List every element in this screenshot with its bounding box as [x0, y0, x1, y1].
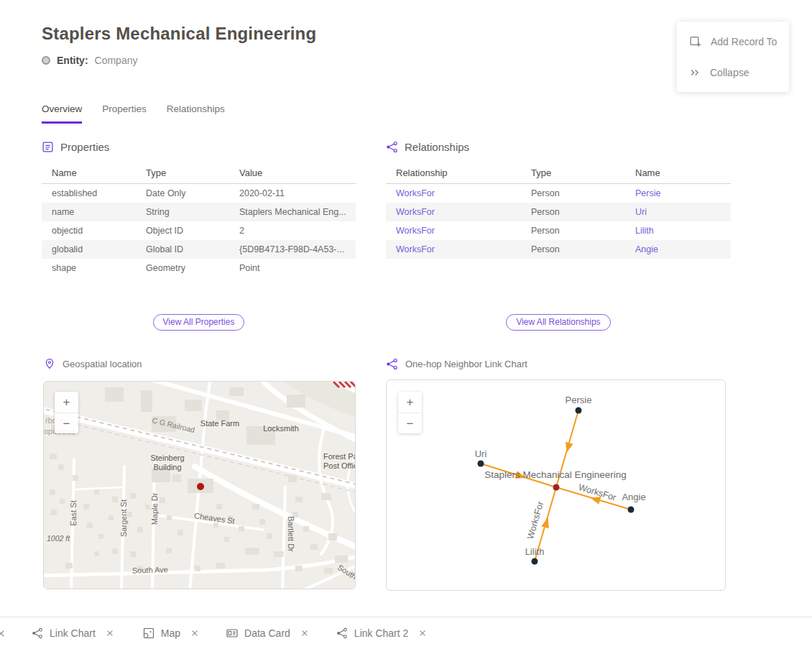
entity-type-value: Company: [95, 55, 138, 66]
map-label-bartlett-dr: Bartlett Dr: [287, 516, 295, 552]
node-angie[interactable]: [628, 507, 635, 513]
col-value: Value: [229, 167, 356, 178]
one-hop-link-chart[interactable]: WorksFor WorksFor Persie Uri Angie Lilit…: [386, 379, 726, 591]
menu-item-label: Add Record To: [711, 36, 777, 47]
col-name: Name: [625, 167, 731, 178]
map-label-forest-1: Forest Par: [323, 452, 356, 461]
relationship-link[interactable]: WorksFor: [386, 207, 521, 217]
node-lilith[interactable]: [532, 558, 538, 565]
tab-close-icon[interactable]: [300, 629, 309, 638]
zoom-out-button[interactable]: −: [55, 413, 78, 433]
bottom-tab-link-chart-2[interactable]: Link Chart 2: [336, 627, 427, 639]
zoom-in-button[interactable]: +: [398, 392, 422, 413]
entity-link[interactable]: Persie: [625, 188, 731, 198]
map-scale-label: 1002 ft: [47, 534, 70, 543]
relationships-icon: [386, 141, 398, 153]
entity-row: Entity: Company: [42, 55, 137, 66]
tab-close-icon[interactable]: [418, 629, 427, 638]
entity-link[interactable]: Lilith: [625, 226, 731, 236]
node-label-persie: Persie: [566, 395, 592, 405]
one-hop-heading: One-hop Neighbor Link Chart: [386, 358, 527, 370]
node-label-lilith: Lilith: [525, 546, 545, 557]
link-chart-canvas: WorksFor WorksFor Persie Uri Angie Lilit…: [387, 380, 726, 591]
col-type: Type: [521, 167, 625, 178]
view-all-relationships-button[interactable]: View All Relationships: [506, 314, 610, 331]
bottom-tab-link-chart[interactable]: Link Chart: [32, 627, 114, 639]
properties-table: Name Type Value established Date Only 20…: [42, 162, 356, 277]
relationships-panel: Relationships Relationship Type Name Wor…: [386, 141, 731, 259]
tab-relationships[interactable]: Relationships: [167, 103, 225, 124]
table-row[interactable]: established Date Only 2020-02-11: [42, 184, 356, 203]
bottom-tab-label: Data Card: [244, 627, 290, 639]
table-row[interactable]: objectid Object ID 2: [42, 221, 356, 240]
zoom-out-button[interactable]: −: [398, 413, 422, 433]
bottom-tab-label: Map: [161, 627, 180, 639]
node-label-uri: Uri: [475, 448, 487, 459]
page-title: Staplers Mechanical Engineering: [42, 24, 316, 44]
relationships-table: Relationship Type Name WorksFor Person P…: [386, 162, 731, 259]
relationship-link[interactable]: WorksFor: [386, 226, 521, 236]
properties-icon: [42, 141, 54, 153]
bottom-tab-label: Link Chart: [50, 627, 96, 639]
geospatial-heading: Geospatial location: [44, 358, 142, 369]
tab-close-icon[interactable]: [0, 629, 6, 638]
tab-overview[interactable]: Overview: [42, 103, 82, 124]
table-row[interactable]: shape Geometry Point: [42, 259, 356, 277]
geospatial-title: Geospatial location: [63, 359, 142, 369]
map-label-locksmith: Locksmith: [263, 424, 299, 433]
map-canvas: C G Railroad State Farm Locksmith Steinb…: [44, 382, 356, 589]
relationships-table-header: Relationship Type Name: [386, 162, 731, 184]
table-row[interactable]: name String Staplers Mechanical Eng...: [42, 203, 356, 221]
menu-item-collapse[interactable]: Collapse: [677, 57, 789, 88]
menu-item-add-record-to[interactable]: Add Record To: [677, 26, 789, 57]
geospatial-map[interactable]: C G Railroad State Farm Locksmith Steinb…: [43, 381, 356, 589]
map-label-maple-dr: Maple Dr: [150, 492, 159, 525]
tab-bar: Overview Properties Relationships: [42, 103, 225, 124]
bottom-tab-map[interactable]: Map: [143, 627, 199, 639]
context-menu: Add Record To Collapse: [677, 22, 789, 92]
link-chart-edge-labels: WorksFor WorksFor: [525, 482, 617, 540]
tab-close-icon[interactable]: [190, 629, 199, 638]
table-row[interactable]: globalid Global ID {5D9B4713-F98D-4A53-.…: [42, 240, 356, 259]
relationship-link[interactable]: WorksFor: [386, 188, 521, 198]
col-relationship: Relationship: [386, 167, 521, 178]
node-label-angie: Angie: [622, 492, 645, 502]
data-card-page: Staplers Mechanical Engineering Entity: …: [0, 0, 812, 649]
map-pin-icon: [44, 358, 55, 369]
map-label-state-farm: State Farm: [200, 419, 239, 428]
map-label-south-ave: South Ave: [132, 565, 168, 574]
properties-panel: Properties Name Type Value established D…: [42, 141, 356, 277]
add-record-icon: [689, 35, 701, 47]
bottom-tab-label: Link Chart 2: [354, 627, 408, 639]
table-row: WorksFor Person Lilith: [386, 221, 731, 240]
table-row: WorksFor Person Uri: [386, 203, 731, 221]
table-row: WorksFor Person Angie: [386, 240, 731, 259]
entity-link[interactable]: Uri: [625, 207, 731, 217]
relationship-link[interactable]: WorksFor: [386, 244, 521, 254]
bottom-tab-data-card[interactable]: Data Card: [226, 627, 309, 639]
relationships-title: Relationships: [405, 141, 469, 153]
entity-type-icon: [42, 56, 50, 65]
link-chart-node-labels: Persie Uri Angie Lilith Staplers Mechani…: [475, 395, 646, 557]
map-location-marker[interactable]: [197, 483, 204, 490]
one-hop-title: One-hop Neighbor Link Chart: [405, 359, 527, 369]
map-label-forest-2: Post Offic: [323, 461, 356, 470]
map-label-sargent-st: Sargent St: [119, 500, 128, 537]
link-chart-icon: [336, 627, 348, 639]
node-uri[interactable]: [478, 461, 484, 467]
tab-close-icon[interactable]: [106, 629, 114, 638]
table-row: WorksFor Person Persie: [386, 184, 731, 203]
view-all-properties-button[interactable]: View All Properties: [153, 314, 245, 331]
map-zoom-control: + −: [55, 392, 78, 433]
properties-table-header: Name Type Value: [42, 162, 356, 184]
col-type: Type: [136, 167, 229, 178]
node-center-company[interactable]: [553, 484, 560, 491]
properties-heading: Properties: [42, 141, 356, 153]
node-persie[interactable]: [576, 408, 582, 414]
tab-properties[interactable]: Properties: [102, 103, 147, 124]
link-chart-nodes: [478, 408, 635, 565]
properties-title: Properties: [60, 141, 109, 153]
entity-link[interactable]: Angie: [625, 244, 731, 254]
zoom-in-button[interactable]: +: [55, 392, 78, 413]
chart-zoom-control: + −: [398, 392, 422, 433]
